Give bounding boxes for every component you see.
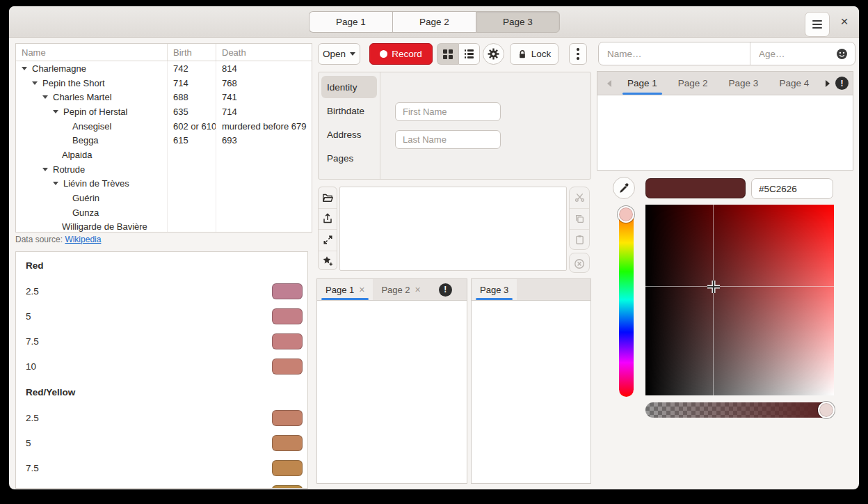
alpha-slider[interactable] xyxy=(645,402,834,418)
color-section-header: Red/Yellow xyxy=(16,379,307,405)
notebook-left-tabs: Page 1×Page 2×! xyxy=(317,279,467,301)
sidebar-item-identity[interactable]: Identity xyxy=(321,76,377,98)
lock-button[interactable]: Lock xyxy=(510,43,558,65)
menu-button[interactable] xyxy=(805,12,830,37)
tab-close-icon[interactable]: × xyxy=(415,284,421,295)
color-swatch[interactable] xyxy=(272,460,303,476)
clear-button[interactable] xyxy=(570,253,589,273)
folder-open-icon xyxy=(322,192,333,203)
tree-row[interactable]: Begga615693 xyxy=(16,133,312,148)
tabbar-tab-page-4[interactable]: Page 4 xyxy=(769,72,819,95)
paste-icon xyxy=(574,235,585,245)
column-header-death[interactable]: Death xyxy=(216,44,312,61)
color-scale-row[interactable]: 5 xyxy=(16,430,307,455)
tree-row[interactable]: Gunza xyxy=(16,205,312,220)
title-tab-page-1[interactable]: Page 1 xyxy=(309,11,392,33)
color-scale-row[interactable]: 10 xyxy=(16,480,307,489)
hue-slider[interactable] xyxy=(619,207,634,397)
sidebar-item-pages[interactable]: Pages xyxy=(321,147,377,169)
first-name-field[interactable] xyxy=(395,102,501,121)
copy-icon xyxy=(574,214,585,224)
sidebar-item-birthdate[interactable]: Birthdate xyxy=(321,100,377,122)
hex-color-input[interactable] xyxy=(751,178,833,199)
color-swatch[interactable] xyxy=(272,283,303,299)
sidebar-item-address[interactable]: Address xyxy=(321,123,377,145)
title-tab-page-2[interactable]: Page 2 xyxy=(392,11,476,33)
grid-view-toggle[interactable] xyxy=(437,43,458,65)
more-menu-button[interactable] xyxy=(569,43,587,65)
tree-row[interactable]: Charles Martel688741 xyxy=(16,90,312,104)
color-swatch[interactable] xyxy=(272,485,303,489)
eyedropper-icon xyxy=(618,182,629,194)
tree-row[interactable]: Charlemagne742814 xyxy=(16,61,312,76)
cut-button[interactable] xyxy=(570,187,589,209)
copy-button[interactable] xyxy=(570,209,589,230)
color-scale-row[interactable]: 7.5 xyxy=(16,455,307,480)
tabbar-tab-page-1[interactable]: Page 1 xyxy=(617,72,668,95)
color-swatch[interactable] xyxy=(272,333,303,349)
paste-button[interactable] xyxy=(570,230,589,250)
tree-row[interactable]: Liévin de Trèves xyxy=(16,177,312,191)
tree-row[interactable]: Pepin of Herstal635714 xyxy=(16,104,312,119)
view-toggle-group xyxy=(437,43,480,65)
tree-expander-icon[interactable] xyxy=(53,110,58,113)
color-swatch[interactable] xyxy=(272,359,303,375)
notebook-tab-page-2[interactable]: Page 2× xyxy=(373,279,428,300)
text-view[interactable] xyxy=(339,187,567,271)
tree-row[interactable]: Alpaida xyxy=(16,148,312,162)
tree-expander-icon[interactable] xyxy=(53,182,58,185)
column-header-name[interactable]: Name xyxy=(16,44,168,61)
color-scale-row[interactable]: 5 xyxy=(16,304,307,329)
open-file-button[interactable] xyxy=(319,187,337,209)
tree-row[interactable]: Guérin xyxy=(16,191,312,205)
saturation-value-plane[interactable] xyxy=(645,205,834,395)
identity-form xyxy=(380,72,590,179)
age-input[interactable] xyxy=(750,42,836,65)
alpha-slider-handle[interactable] xyxy=(818,402,835,418)
color-scale-row[interactable]: 10 xyxy=(16,354,307,379)
share-icon xyxy=(322,213,333,224)
wikipedia-link[interactable]: Wikipedia xyxy=(65,235,101,244)
list-view-toggle[interactable] xyxy=(458,43,480,65)
name-input[interactable] xyxy=(599,42,750,65)
tree-row[interactable]: Ansegisel602 or 610murdered before 679 xyxy=(16,119,312,134)
tree-row[interactable]: Willigarde de Bavière xyxy=(16,220,312,233)
color-swatch[interactable] xyxy=(272,410,303,426)
emoji-icon[interactable] xyxy=(836,48,848,60)
tree-expander-icon[interactable] xyxy=(22,67,27,70)
tabbar-box: Page 1Page 2Page 3Page 4 ! xyxy=(597,71,853,171)
tabbar-tab-page-2[interactable]: Page 2 xyxy=(668,72,718,95)
title-tab-page-3[interactable]: Page 3 xyxy=(476,11,560,33)
tree-expander-icon[interactable] xyxy=(32,81,38,85)
window-close-button[interactable]: × xyxy=(834,13,855,31)
open-button[interactable]: Open xyxy=(318,43,360,65)
notebook-left: Page 1×Page 2×! xyxy=(316,278,467,484)
hue-slider-handle[interactable] xyxy=(618,206,634,223)
tree-expander-icon[interactable] xyxy=(42,168,48,171)
tree-row[interactable]: Rotrude xyxy=(16,162,312,177)
tab-next-button[interactable] xyxy=(820,72,835,95)
star-plus-icon xyxy=(322,255,333,267)
eyedropper-button[interactable] xyxy=(613,177,635,199)
tree-row[interactable]: Pepin the Short714768 xyxy=(16,76,312,90)
color-crosshair[interactable] xyxy=(705,278,722,295)
color-swatch[interactable] xyxy=(272,435,303,451)
tabbar-tab-page-3[interactable]: Page 3 xyxy=(718,72,769,95)
last-name-field[interactable] xyxy=(395,130,501,149)
share-button[interactable] xyxy=(319,209,337,230)
color-swatch-preview[interactable] xyxy=(645,178,746,198)
favorite-button[interactable] xyxy=(319,251,337,271)
notebook-tab-page-3[interactable]: Page 3 xyxy=(472,279,517,300)
tab-close-icon[interactable]: × xyxy=(359,284,364,295)
fullscreen-button[interactable] xyxy=(319,230,337,251)
notebook-tab-page-1[interactable]: Page 1× xyxy=(317,279,373,300)
tree-expander-icon[interactable] xyxy=(42,95,48,99)
color-scale-row[interactable]: 2.5 xyxy=(16,405,307,430)
color-scale-row[interactable]: 2.5 xyxy=(16,278,307,304)
record-button[interactable]: Record xyxy=(369,43,433,65)
tab-prev-button[interactable] xyxy=(602,72,617,95)
color-swatch[interactable] xyxy=(272,308,303,324)
settings-button[interactable] xyxy=(483,43,504,65)
color-scale-row[interactable]: 7.5 xyxy=(16,329,307,354)
column-header-birth[interactable]: Birth xyxy=(168,44,216,61)
